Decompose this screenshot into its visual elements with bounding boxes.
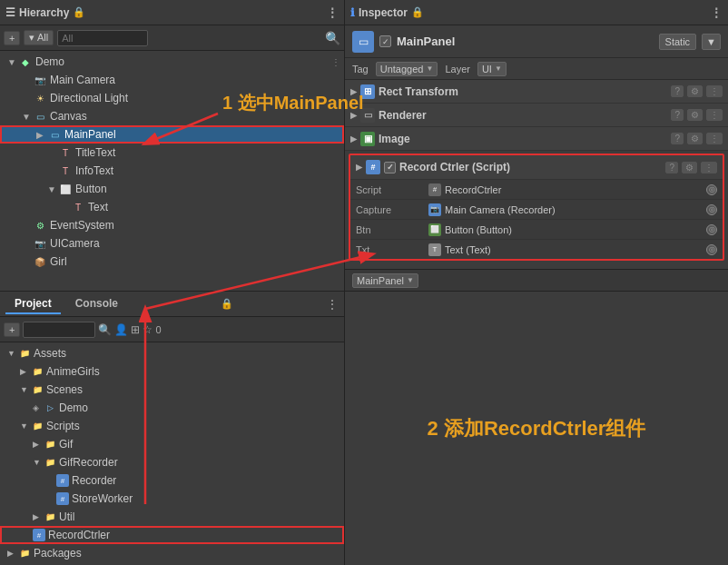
txt-value-row: T Text (Text): [428, 243, 706, 256]
titletext-label: TitleText: [75, 146, 115, 159]
proj-recordctrler[interactable]: # RecordCtrler: [0, 526, 344, 544]
layer-dropdown[interactable]: UI ▼: [477, 62, 507, 76]
capture-dot[interactable]: ◎: [706, 204, 717, 215]
renderer-help: ? ⚙ ⋮: [671, 109, 723, 121]
tree-canvas[interactable]: ▼ ▭ Canvas: [0, 107, 344, 125]
renderer-label: Renderer: [379, 109, 427, 122]
hierarchy-lock[interactable]: 🔒: [73, 6, 85, 18]
proj-packages[interactable]: ▶ 📁 Packages: [0, 544, 344, 562]
image-help-btn[interactable]: ?: [671, 133, 684, 144]
gifrecorder-icon: 📁: [44, 456, 56, 469]
proj-scripts[interactable]: ▼ 📁 Scripts: [0, 417, 344, 435]
record-help-btn[interactable]: ?: [665, 162, 678, 173]
hierarchy-toolbar: + ▾ All 🔍: [0, 25, 344, 51]
button-arrow: ▼: [47, 184, 58, 194]
hierarchy-search[interactable]: [57, 30, 148, 46]
proj-storeworker[interactable]: # StoreWorker: [0, 490, 344, 508]
text-icon: T: [71, 200, 85, 214]
project-header: Project Console 🔒 ⋮: [0, 292, 344, 317]
tree-demo[interactable]: ▼ ◆ Demo ⋮: [0, 53, 344, 71]
tree-girl[interactable]: 📦 Girl: [0, 253, 344, 271]
project-menu[interactable]: ⋮: [326, 297, 339, 312]
static-arrow-btn[interactable]: ▼: [702, 34, 721, 50]
image-component[interactable]: ▶ ▣ Image ? ⚙ ⋮: [345, 127, 728, 151]
obj-active-checkbox[interactable]: ✓: [379, 35, 391, 47]
inspector-menu[interactable]: ⋮: [710, 5, 723, 20]
mainpanel-icon: ▭: [47, 127, 62, 142]
project-add-btn[interactable]: +: [4, 322, 20, 337]
tree-text[interactable]: T Text: [0, 198, 344, 216]
record-icon: #: [366, 160, 380, 174]
tree-titletext[interactable]: T TitleText: [0, 144, 344, 162]
renderer-settings-btn[interactable]: ⚙: [687, 109, 703, 121]
util-label: Util: [59, 510, 74, 523]
proj-gifrecorder[interactable]: ▼ 📁 GifRecorder: [0, 453, 344, 471]
renderer-menu-btn[interactable]: ⋮: [706, 109, 723, 121]
record-settings-btn[interactable]: ⚙: [682, 162, 697, 173]
renderer-help-btn[interactable]: ?: [671, 109, 684, 121]
proj-assets[interactable]: ▼ 📁 Assets: [0, 344, 344, 362]
rect-menu-btn[interactable]: ⋮: [706, 85, 723, 97]
layer-dropdown-arrow: ▼: [495, 64, 502, 73]
hierarchy-filter-btn[interactable]: ▾ All: [24, 30, 54, 45]
rect-transform-component[interactable]: ▶ ⊞ Rect Transform ? ⚙ ⋮: [345, 80, 728, 104]
txt-value: Text (Text): [445, 244, 491, 255]
renderer-icon: ▭: [360, 108, 375, 123]
tab-project[interactable]: Project: [5, 294, 61, 314]
tree-main-camera[interactable]: 📷 Main Camera: [0, 71, 344, 89]
project-lock[interactable]: 🔒: [221, 298, 233, 310]
tab-console[interactable]: Console: [66, 294, 127, 314]
project-star-icon: ☆: [143, 323, 152, 336]
rect-help-btn[interactable]: ?: [671, 85, 684, 97]
tree-dir-light[interactable]: ☀ Directional Light: [0, 89, 344, 107]
txt-dot[interactable]: ◎: [706, 244, 717, 255]
record-ctrler-header: ▶ # ✓ Record Ctrler (Script) ? ⚙ ⋮: [350, 155, 723, 179]
btn-dot[interactable]: ◎: [706, 224, 717, 235]
record-active-checkbox[interactable]: ✓: [384, 162, 396, 173]
tree-infotext[interactable]: T InfoText: [0, 162, 344, 180]
tag-value: Untagged: [380, 64, 424, 74]
rect-settings-btn[interactable]: ⚙: [687, 85, 703, 97]
proj-demo-scene[interactable]: ◈ ▷ Demo: [0, 399, 344, 417]
demo-arrow: ▼: [7, 57, 18, 67]
animegirls-arrow: ▶: [20, 367, 31, 376]
proj-gif[interactable]: ▶ 📁 Gif: [0, 435, 344, 453]
proj-recorder[interactable]: # Recorder: [0, 471, 344, 490]
script-dot[interactable]: ◎: [706, 184, 717, 195]
demo-dots[interactable]: ⋮: [331, 57, 340, 67]
layer-label: Layer: [445, 64, 470, 74]
gifrecorder-label: GifRecorder: [59, 456, 118, 469]
renderer-component[interactable]: ▶ ▭ Renderer ? ⚙ ⋮: [345, 104, 728, 127]
scenes-label: Scenes: [46, 383, 83, 396]
canvas-icon: ▭: [33, 109, 47, 124]
proj-scenes[interactable]: ▼ 📁 Scenes: [0, 381, 344, 399]
tree-eventsystem[interactable]: ⚙ EventSystem: [0, 216, 344, 234]
obj-name: MainPanel: [397, 35, 455, 48]
status-obj-dropdown[interactable]: MainPanel ▼: [352, 273, 418, 288]
canvas-label: Canvas: [50, 110, 87, 123]
hierarchy-add-btn[interactable]: +: [4, 31, 20, 45]
hierarchy-icon: ☰: [5, 6, 15, 19]
project-filter-icon: 👤: [114, 323, 128, 336]
text-label: Text: [88, 201, 108, 213]
hierarchy-menu[interactable]: ⋮: [326, 5, 339, 20]
proj-animegirls[interactable]: ▶ 📁 AnimeGirls: [0, 362, 344, 381]
tag-dropdown[interactable]: Untagged ▼: [376, 62, 438, 76]
hierarchy-header: ☰ Hierarchy 🔒 ⋮: [0, 0, 344, 25]
record-menu-btn[interactable]: ⋮: [701, 162, 717, 173]
tree-button[interactable]: ▼ ⬜ Button: [0, 180, 344, 198]
static-button[interactable]: Static: [659, 34, 697, 50]
capture-label: Capture: [356, 204, 428, 215]
proj-util[interactable]: ▶ 📁 Util: [0, 508, 344, 526]
image-settings-btn[interactable]: ⚙: [687, 133, 703, 144]
tree-uicamera[interactable]: 📷 UICamera: [0, 234, 344, 253]
image-menu-btn[interactable]: ⋮: [706, 133, 723, 144]
project-search[interactable]: [23, 322, 95, 338]
girl-label: Girl: [50, 255, 67, 268]
tree-main-panel[interactable]: ▶ ▭ MainPanel: [0, 125, 344, 144]
inspector-lock[interactable]: 🔒: [411, 6, 424, 18]
gifrecorder-arrow: ▼: [33, 458, 44, 467]
inspector-title: Inspector: [359, 6, 408, 19]
light-icon: ☀: [33, 91, 47, 105]
field-btn: Btn ⬜ Button (Button) ◎: [350, 219, 723, 239]
